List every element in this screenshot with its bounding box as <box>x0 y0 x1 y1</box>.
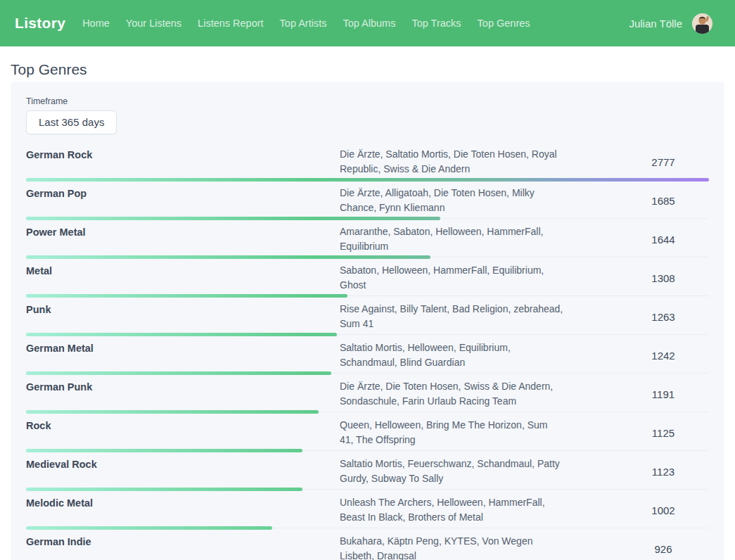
genre-name: German Rock <box>26 147 340 177</box>
genre-name: Punk <box>26 302 340 331</box>
genre-count: 1002 <box>618 495 709 525</box>
genre-count: 1191 <box>618 379 709 409</box>
genre-count: 1263 <box>618 302 709 331</box>
nav-item-home[interactable]: Home <box>82 18 110 29</box>
page-title: Top Genres <box>11 61 735 79</box>
genre-artists: Saltatio Mortis, Helloween, Equilibrium,… <box>340 341 563 370</box>
genre-count: 1123 <box>618 457 709 486</box>
genre-name: German Metal <box>26 341 340 370</box>
genre-row: German Metal Saltatio Mortis, Helloween,… <box>26 335 709 374</box>
timeframe-filter: Timeframe Last 365 days <box>26 96 709 134</box>
nav-item-your-listens[interactable]: Your Listens <box>126 18 181 29</box>
genre-name: German Pop <box>26 186 340 215</box>
genre-name: Metal <box>26 263 340 293</box>
genre-row: Metal Sabaton, Helloween, HammerFall, Eq… <box>26 257 709 296</box>
user-avatar-icon[interactable] <box>692 13 712 34</box>
genre-row: Punk Rise Against, Billy Talent, Bad Rel… <box>26 296 709 335</box>
genre-count: 1685 <box>618 186 709 215</box>
main-content: Top Genres Timeframe Last 365 days Germa… <box>0 61 735 560</box>
top-genres-card: Timeframe Last 365 days German Rock Die … <box>11 82 724 560</box>
genre-artists: Bukahara, Käptn Peng, KYTES, Von Wegen L… <box>340 534 563 560</box>
genre-name: Melodic Metal <box>26 495 340 525</box>
nav-item-top-tracks[interactable]: Top Tracks <box>411 18 461 29</box>
genre-row: German Indie Bukahara, Käptn Peng, KYTES… <box>26 528 709 560</box>
genre-count: 1125 <box>618 418 709 447</box>
genre-name: German Indie <box>26 534 340 560</box>
nav-item-top-albums[interactable]: Top Albums <box>343 18 395 29</box>
genre-artists: Amaranthe, Sabaton, Helloween, HammerFal… <box>340 224 563 254</box>
app-header: Listory HomeYour ListensListens ReportTo… <box>0 0 735 46</box>
genre-row: Medieval Rock Saltatio Mortis, Feuerschw… <box>26 451 709 490</box>
genre-row: Rock Queen, Helloween, Bring Me The Hori… <box>26 412 709 451</box>
genre-artists: Rise Against, Billy Talent, Bad Religion… <box>340 302 563 331</box>
genre-row: Melodic Metal Unleash The Archers, Hello… <box>26 490 709 528</box>
genre-artists: Die Ärzte, Die Toten Hosen, Swiss & Die … <box>340 379 563 409</box>
genre-row: Power Metal Amaranthe, Sabaton, Hellowee… <box>26 219 709 257</box>
user-name: Julian Tölle <box>629 18 682 30</box>
timeframe-select[interactable]: Last 365 days <box>26 110 117 134</box>
nav-item-top-genres[interactable]: Top Genres <box>478 18 530 29</box>
genre-name: Power Metal <box>26 224 340 254</box>
genre-count: 2777 <box>618 147 709 177</box>
genre-row: German Punk Die Ärzte, Die Toten Hosen, … <box>26 374 709 412</box>
genre-row: German Rock Die Ärzte, Saltatio Mortis, … <box>26 141 709 180</box>
genre-count: 1308 <box>618 263 709 293</box>
genre-artists: Die Ärzte, Saltatio Mortis, Die Toten Ho… <box>340 147 563 177</box>
genre-name: Rock <box>26 418 340 447</box>
genre-table: German Rock Die Ärzte, Saltatio Mortis, … <box>26 141 709 560</box>
genre-artists: Sabaton, Helloween, HammerFall, Equilibr… <box>340 263 563 293</box>
app-logo[interactable]: Listory <box>15 15 65 32</box>
genre-artists: Saltatio Mortis, Feuerschwanz, Schandmau… <box>340 457 563 486</box>
genre-count: 1644 <box>618 224 709 254</box>
genre-artists: Queen, Helloween, Bring Me The Horizon, … <box>340 418 563 447</box>
genre-name: Medieval Rock <box>26 457 340 486</box>
genre-count: 1242 <box>618 341 709 370</box>
genre-name: German Punk <box>26 379 340 409</box>
genre-artists: Unleash The Archers, Helloween, HammerFa… <box>340 495 563 525</box>
nav-item-listens-report[interactable]: Listens Report <box>198 18 264 29</box>
genre-row: German Pop Die Ärzte, Alligatoah, Die To… <box>26 180 709 219</box>
timeframe-label: Timeframe <box>26 96 709 106</box>
main-nav: HomeYour ListensListens ReportTop Artist… <box>82 18 629 29</box>
genre-artists: Die Ärzte, Alligatoah, Die Toten Hosen, … <box>340 186 563 215</box>
nav-item-top-artists[interactable]: Top Artists <box>280 18 327 29</box>
genre-count: 926 <box>618 534 709 560</box>
